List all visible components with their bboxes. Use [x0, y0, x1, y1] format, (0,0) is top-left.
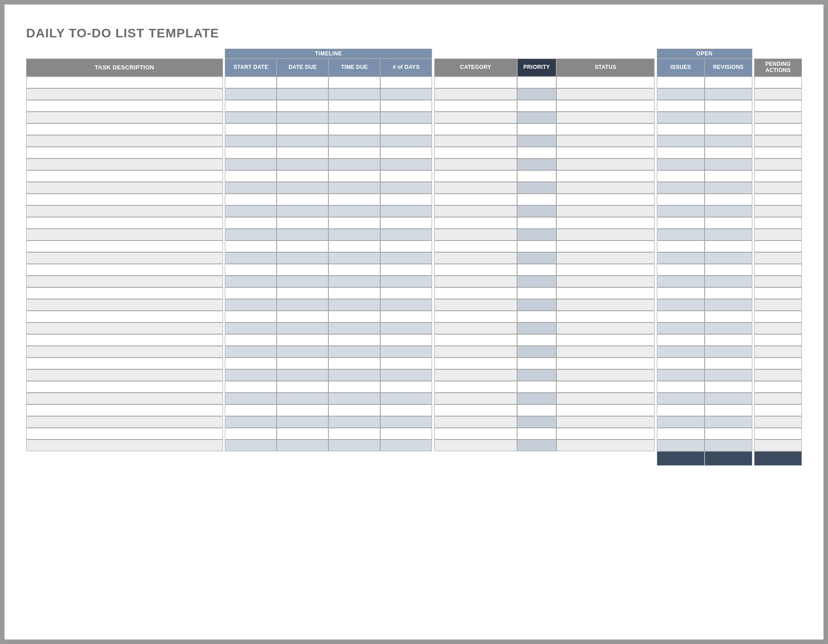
cell-date-due[interactable]	[277, 77, 328, 88]
cell-pending-actions[interactable]	[754, 276, 802, 287]
cell-revisions[interactable]	[705, 182, 752, 194]
cell-date-due[interactable]	[277, 346, 328, 358]
cell-task-description[interactable]	[26, 77, 223, 88]
cell-pending-actions[interactable]	[754, 311, 802, 322]
cell-issues[interactable]	[657, 264, 705, 276]
cell-pending-actions[interactable]	[754, 287, 802, 299]
cell-start-date[interactable]	[225, 322, 277, 334]
cell-time-due[interactable]	[328, 311, 380, 322]
cell-pending-actions[interactable]	[754, 123, 802, 135]
cell-num-days[interactable]	[380, 77, 432, 88]
cell-num-days[interactable]	[380, 404, 432, 416]
cell-pending-actions[interactable]	[754, 77, 802, 88]
cell-task-description[interactable]	[26, 299, 223, 311]
cell-num-days[interactable]	[380, 135, 432, 147]
cell-start-date[interactable]	[225, 334, 277, 346]
cell-num-days[interactable]	[380, 334, 432, 346]
cell-status[interactable]	[556, 428, 655, 440]
cell-issues[interactable]	[657, 369, 705, 381]
cell-priority[interactable]	[517, 358, 556, 369]
cell-num-days[interactable]	[380, 440, 432, 451]
cell-revisions[interactable]	[705, 346, 752, 358]
cell-issues[interactable]	[657, 393, 705, 404]
cell-num-days[interactable]	[380, 358, 432, 369]
cell-date-due[interactable]	[277, 440, 328, 451]
cell-issues[interactable]	[657, 88, 705, 100]
cell-start-date[interactable]	[225, 404, 277, 416]
cell-status[interactable]	[556, 77, 655, 88]
cell-date-due[interactable]	[277, 334, 328, 346]
cell-start-date[interactable]	[225, 229, 277, 240]
cell-date-due[interactable]	[277, 205, 328, 217]
cell-time-due[interactable]	[328, 252, 380, 264]
cell-issues[interactable]	[657, 170, 705, 182]
cell-num-days[interactable]	[380, 100, 432, 112]
cell-revisions[interactable]	[705, 416, 752, 428]
cell-revisions[interactable]	[705, 381, 752, 393]
cell-date-due[interactable]	[277, 381, 328, 393]
cell-time-due[interactable]	[328, 334, 380, 346]
cell-category[interactable]	[434, 299, 517, 311]
cell-time-due[interactable]	[328, 205, 380, 217]
cell-priority[interactable]	[517, 194, 556, 205]
cell-num-days[interactable]	[380, 299, 432, 311]
cell-issues[interactable]	[657, 311, 705, 322]
cell-num-days[interactable]	[380, 240, 432, 252]
cell-category[interactable]	[434, 205, 517, 217]
cell-revisions[interactable]	[705, 428, 752, 440]
cell-issues[interactable]	[657, 240, 705, 252]
cell-task-description[interactable]	[26, 358, 223, 369]
cell-status[interactable]	[556, 299, 655, 311]
cell-priority[interactable]	[517, 404, 556, 416]
cell-time-due[interactable]	[328, 88, 380, 100]
cell-task-description[interactable]	[26, 112, 223, 123]
cell-task-description[interactable]	[26, 135, 223, 147]
cell-revisions[interactable]	[705, 240, 752, 252]
cell-revisions[interactable]	[705, 170, 752, 182]
cell-status[interactable]	[556, 182, 655, 194]
cell-status[interactable]	[556, 147, 655, 159]
cell-task-description[interactable]	[26, 428, 223, 440]
cell-pending-actions[interactable]	[754, 358, 802, 369]
cell-category[interactable]	[434, 393, 517, 404]
cell-category[interactable]	[434, 88, 517, 100]
cell-date-due[interactable]	[277, 416, 328, 428]
cell-date-due[interactable]	[277, 393, 328, 404]
cell-pending-actions[interactable]	[754, 112, 802, 123]
cell-revisions[interactable]	[705, 311, 752, 322]
cell-pending-actions[interactable]	[754, 428, 802, 440]
cell-category[interactable]	[434, 369, 517, 381]
cell-date-due[interactable]	[277, 147, 328, 159]
cell-date-due[interactable]	[277, 112, 328, 123]
cell-priority[interactable]	[517, 217, 556, 229]
cell-status[interactable]	[556, 369, 655, 381]
cell-start-date[interactable]	[225, 147, 277, 159]
cell-task-description[interactable]	[26, 264, 223, 276]
cell-pending-actions[interactable]	[754, 217, 802, 229]
cell-issues[interactable]	[657, 147, 705, 159]
cell-task-description[interactable]	[26, 194, 223, 205]
cell-task-description[interactable]	[26, 182, 223, 194]
cell-priority[interactable]	[517, 170, 556, 182]
cell-num-days[interactable]	[380, 205, 432, 217]
cell-priority[interactable]	[517, 100, 556, 112]
cell-status[interactable]	[556, 322, 655, 334]
cell-num-days[interactable]	[380, 170, 432, 182]
cell-priority[interactable]	[517, 240, 556, 252]
cell-task-description[interactable]	[26, 217, 223, 229]
cell-pending-actions[interactable]	[754, 346, 802, 358]
cell-status[interactable]	[556, 404, 655, 416]
cell-issues[interactable]	[657, 440, 705, 451]
cell-num-days[interactable]	[380, 287, 432, 299]
cell-date-due[interactable]	[277, 322, 328, 334]
cell-priority[interactable]	[517, 381, 556, 393]
cell-pending-actions[interactable]	[754, 440, 802, 451]
cell-date-due[interactable]	[277, 404, 328, 416]
cell-priority[interactable]	[517, 159, 556, 170]
cell-num-days[interactable]	[380, 322, 432, 334]
cell-time-due[interactable]	[328, 194, 380, 205]
cell-revisions[interactable]	[705, 252, 752, 264]
cell-revisions[interactable]	[705, 77, 752, 88]
cell-num-days[interactable]	[380, 346, 432, 358]
cell-time-due[interactable]	[328, 123, 380, 135]
